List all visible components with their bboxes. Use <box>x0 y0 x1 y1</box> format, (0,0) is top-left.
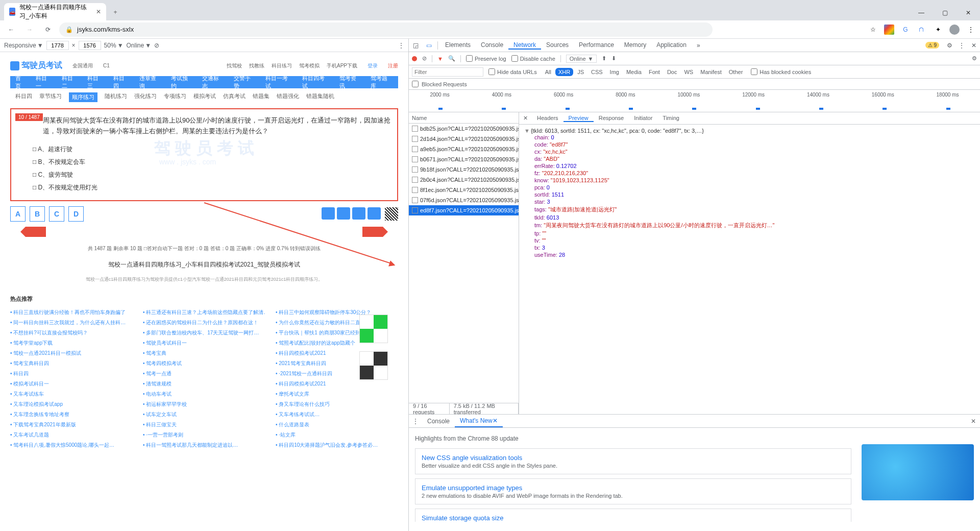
filter-type-ws[interactable]: WS <box>681 68 696 76</box>
main-nav-item[interactable]: 科目四考试 <box>302 75 330 90</box>
browser-tab[interactable]: 🚗 驾校一点通科目四顺序练习_小车科 ✕ <box>4 3 106 20</box>
hot-item[interactable]: 驾考宝典科目四 <box>10 360 133 367</box>
register-link[interactable]: 注册 <box>388 62 398 69</box>
main-nav-item[interactable]: 科目一 <box>36 75 53 90</box>
request-item[interactable]: 8f1ec.json?CALL=?20210205090935.json <box>409 185 519 195</box>
hot-item[interactable]: 电动车考试 <box>143 391 265 398</box>
viewport-width-input[interactable] <box>46 41 69 50</box>
hot-item[interactable]: 科目四模拟考试2021 <box>276 380 398 388</box>
question-option[interactable]: □ D、不按规定使用灯光 <box>33 181 391 194</box>
clear-icon[interactable]: ⊘ <box>422 55 427 62</box>
hot-item[interactable]: 多部门联合整治校内校车、17天无证驾驶一网打… <box>143 329 265 336</box>
hot-item[interactable]: 驾校一点通2021科目一模拟试 <box>10 350 133 357</box>
detail-tab-headers[interactable]: Headers <box>532 115 564 121</box>
hot-item[interactable]: 驾考宝典 <box>143 350 265 357</box>
hot-item[interactable]: 又车理论模拟考试app <box>10 401 133 408</box>
devtools-more-tabs[interactable]: » <box>692 39 705 52</box>
profile-icon[interactable] <box>949 25 960 35</box>
devtools-menu-icon[interactable]: ⋮ <box>955 42 968 49</box>
has-blocked-checkbox[interactable]: Has blocked cookies <box>751 68 811 75</box>
top-link[interactable]: 驾考模拟 <box>299 62 320 69</box>
hot-item[interactable]: 科目四 <box>10 370 133 377</box>
filter-type-xhr[interactable]: XHR <box>555 68 573 76</box>
qr-code-2[interactable] <box>359 351 388 380</box>
answer-button-a[interactable]: A <box>10 206 26 222</box>
detail-tab-initiator[interactable]: Initiator <box>629 115 657 121</box>
devtools-tab-sources[interactable]: Sources <box>541 41 574 49</box>
main-nav-item[interactable]: 科目三 <box>87 75 104 90</box>
main-nav-item[interactable]: 驾考资讯 <box>339 75 362 90</box>
devtools-tab-console[interactable]: Console <box>476 41 508 49</box>
filter-type-img[interactable]: Img <box>607 68 622 76</box>
reload-button[interactable]: ⟳ <box>41 22 55 37</box>
detail-tab-timing[interactable]: Timing <box>657 115 684 121</box>
device-select[interactable]: Responsive ▼ <box>4 42 43 49</box>
prev-arrow[interactable] <box>26 227 46 237</box>
sub-nav-item[interactable]: 错题集 <box>253 92 270 102</box>
sub-nav-item[interactable]: 仿真考试 <box>223 92 246 102</box>
device-more-icon[interactable]: ⋮ <box>398 42 404 49</box>
devtools-tab-network[interactable]: Network <box>508 41 541 50</box>
hot-item[interactable]: 同一科目向挂科三次我就过，为什么还有人挂科… <box>10 319 133 326</box>
hot-item[interactable]: 初运标家罕罕学校 <box>143 401 265 408</box>
download-icon[interactable]: ⬇ <box>611 55 616 62</box>
qr-mini-icon[interactable] <box>385 207 398 221</box>
ext1-icon[interactable] <box>884 25 894 35</box>
back-button[interactable]: ← <box>4 22 18 37</box>
hot-item[interactable]: 模拟考试科目一 <box>10 380 133 388</box>
devtools-close-icon[interactable]: ✕ <box>968 42 980 49</box>
ext2-icon[interactable]: G <box>900 25 911 35</box>
device-mode-icon[interactable]: ▭ <box>422 39 435 52</box>
filter-type-font[interactable]: Font <box>646 68 663 76</box>
preview-pane[interactable]: ▼{tkId: 6013, sortId: 1511, cx: "xc,hc,k… <box>519 125 980 414</box>
sub-nav-item[interactable]: 随机练习 <box>105 92 127 102</box>
hot-item[interactable]: 科目三做宝天 <box>143 421 265 428</box>
detail-close-icon[interactable]: ✕ <box>519 115 532 122</box>
devtools-tab-application[interactable]: Application <box>651 41 692 49</box>
hot-item[interactable]: 驾考科目八项,暑假大惊5000题论,哪头一起… <box>10 442 133 449</box>
hot-item[interactable]: 又车理念换练专地址考察 <box>10 411 133 418</box>
tab-close-icon[interactable]: ✕ <box>96 8 101 15</box>
drawer-close-icon[interactable]: ✕ <box>967 418 980 425</box>
hot-item[interactable]: 什么道路显表 <box>276 421 398 428</box>
qr-code-1[interactable] <box>359 315 388 343</box>
hot-item[interactable]: 驾考一点通 <box>143 370 265 377</box>
drawer-tab-whatsnew[interactable]: What's New ✕ <box>455 415 503 427</box>
hide-data-urls-checkbox[interactable]: Hide data URLs <box>488 68 537 75</box>
sub-nav-item[interactable]: 模拟考试 <box>193 92 216 102</box>
drawer-menu-icon[interactable]: ⋮ <box>409 415 422 428</box>
url-field[interactable]: 🔒 jsyks.com/kms-sxlx <box>59 22 713 37</box>
hot-item[interactable]: 不想挂科?可以直接会报驾校吗？ <box>10 329 133 336</box>
hot-item[interactable]: 清驾速规模 <box>143 380 265 388</box>
answer-button-d[interactable]: D <box>68 206 84 222</box>
forward-button[interactable]: → <box>22 22 37 37</box>
share-btn-2[interactable] <box>337 207 350 220</box>
whatsnew-card-3[interactable]: Simulate storage quota size <box>415 509 851 522</box>
sub-nav-item[interactable]: 错题强化 <box>277 92 299 102</box>
viewport-height-input[interactable] <box>79 41 101 50</box>
hot-item[interactable]: ·站文库 <box>276 431 398 439</box>
question-option[interactable]: □ B、不按规定会车 <box>33 156 391 168</box>
share-btn-3[interactable] <box>352 207 365 220</box>
network-timeline[interactable]: 2000 ms4000 ms6000 ms8000 ms10000 ms1200… <box>409 90 980 112</box>
request-item[interactable]: b0671.json?CALL=?20210205090935.json <box>409 154 519 164</box>
top-link[interactable]: 科目练习 <box>272 62 292 69</box>
hot-item[interactable]: 又车考试几道题 <box>10 431 133 439</box>
share-btn-1[interactable] <box>322 207 335 220</box>
filter-type-media[interactable]: Media <box>623 68 645 76</box>
devtools-tab-memory[interactable]: Memory <box>619 41 651 49</box>
devtools-tab-performance[interactable]: Performance <box>574 41 619 49</box>
window-maximize-button[interactable]: ▢ <box>933 5 957 20</box>
search-icon[interactable]: 🔍 <box>448 55 455 62</box>
question-option[interactable]: □ C、疲劳驾驶 <box>33 168 391 181</box>
answer-button-b[interactable]: B <box>30 206 45 222</box>
hot-item[interactable]: 下载驾考宝典2021年最新版 <box>10 421 133 428</box>
rotate-icon[interactable]: ⊘ <box>154 42 159 49</box>
translate-icon[interactable]: ⛫ <box>917 25 927 35</box>
detail-tab-response[interactable]: Response <box>594 115 629 121</box>
hot-item[interactable]: 驾驶员考试科目一 <box>143 340 265 347</box>
filter-type-doc[interactable]: Doc <box>664 68 680 76</box>
disable-cache-checkbox[interactable]: Disable cache <box>511 55 555 62</box>
next-arrow[interactable] <box>362 227 383 237</box>
window-close-button[interactable]: ✕ <box>957 5 980 20</box>
